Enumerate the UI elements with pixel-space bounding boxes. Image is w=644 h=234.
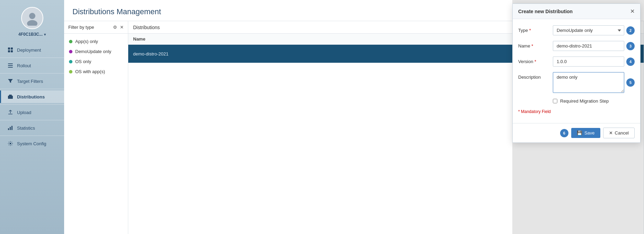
chevron-down-icon: ▾ (44, 33, 46, 36)
content-area: Filter by type ⚙ ✕ App(s) only DemoUpdat… (64, 21, 644, 234)
filter-item-label: DemoUpdate only (75, 49, 111, 54)
svg-point-14 (10, 143, 11, 145)
col-name: Name (133, 36, 535, 42)
page-title: Distributions Management (72, 7, 161, 16)
name-input-row: 3 (553, 41, 635, 51)
filter-item-label: App(s) only (75, 39, 98, 44)
name-cell: demo-distro-2021 7 (133, 48, 535, 59)
cancel-button[interactable]: ✕ Cancel (603, 128, 635, 138)
filter-item-label: OS only (75, 59, 91, 64)
required-marker: * (534, 59, 536, 64)
main-content: Distributions Management 1 Filter by typ… (64, 0, 644, 234)
svg-point-0 (29, 13, 35, 19)
dot-lime-icon (69, 70, 72, 73)
filter-list: App(s) only DemoUpdate only OS only OS w… (64, 34, 128, 79)
svg-rect-13 (11, 126, 12, 130)
filter-clear-icon[interactable]: ✕ (120, 25, 124, 30)
svg-point-1 (27, 20, 37, 26)
sidebar-item-label: Statistics (17, 125, 35, 131)
filter-settings-icon[interactable]: ⚙ (113, 25, 117, 30)
svg-rect-2 (8, 47, 10, 50)
mandatory-text: * Mandatory Field (518, 108, 635, 117)
sidebar-item-label: Deployment (17, 47, 41, 53)
type-select[interactable]: DemoUpdate onlyApp(s) onlyOS onlyOS with… (553, 25, 624, 35)
filter-panel: Filter by type ⚙ ✕ App(s) only DemoUpdat… (64, 21, 128, 234)
filter-item-os-only[interactable]: OS only (64, 57, 128, 67)
sidebar-item-upload[interactable]: Upload (0, 106, 64, 119)
sidebar-item-label: Target Filters (17, 79, 43, 84)
name-badge: 3 (626, 42, 635, 50)
footer-badge: 6 (560, 129, 568, 137)
version-form-group: Version * 4 (518, 57, 635, 67)
modal-overlay: Create new Distribution ✕ Type * DemoUpd… (512, 21, 644, 234)
sidebar-nav: Deployment Rollout Target Filters Distri… (0, 44, 64, 150)
filter-item-demoupdate-only[interactable]: DemoUpdate only (64, 46, 128, 57)
svg-rect-7 (8, 65, 13, 66)
sidebar-item-system-config[interactable]: System Config (0, 137, 64, 150)
cancel-x-icon: ✕ (609, 130, 613, 136)
grid-icon (7, 47, 14, 53)
svg-rect-6 (8, 63, 13, 64)
create-distribution-modal: Create new Distribution ✕ Type * DemoUpd… (512, 21, 641, 143)
chart-icon (7, 125, 14, 131)
filter-item-os-with-apps[interactable]: OS with app(s) (64, 67, 128, 77)
svg-rect-12 (10, 127, 11, 130)
description-input-row: 5 (553, 72, 635, 93)
name-form-group: Name * 3 (518, 41, 635, 51)
version-badge: 4 (626, 58, 635, 66)
name-input[interactable] (553, 41, 624, 51)
version-label: Version * (518, 57, 549, 64)
svg-rect-4 (8, 50, 10, 52)
table-title: Distributions (133, 25, 160, 30)
sidebar-item-distributions[interactable]: Distributions (0, 90, 64, 103)
migration-checkbox-group: Required Migration Step (518, 98, 635, 104)
version-input[interactable] (553, 57, 624, 67)
description-label: Description (518, 72, 549, 80)
description-form-group: Description 5 (518, 72, 635, 93)
filter-title: Filter by type (68, 25, 94, 30)
sidebar-username[interactable]: 4F0C1B3C... ▾ (18, 32, 46, 37)
save-button[interactable]: 💾 Save (571, 128, 600, 138)
type-form-group: Type * DemoUpdate onlyApp(s) onlyOS only… (518, 25, 635, 35)
filter-item-apps-only[interactable]: App(s) only (64, 36, 128, 46)
version-input-row: 4 (553, 57, 635, 67)
gear-icon (7, 140, 14, 147)
package-icon (7, 94, 14, 100)
svg-rect-8 (8, 67, 13, 68)
dot-purple-icon (69, 50, 72, 53)
avatar (21, 7, 43, 29)
sidebar-item-deployment[interactable]: Deployment (0, 44, 64, 56)
migration-label: Required Migration Step (560, 98, 609, 104)
svg-rect-3 (11, 47, 13, 50)
type-badge: 2 (626, 26, 635, 35)
sidebar-item-rollout[interactable]: Rollout (0, 59, 64, 72)
row-name: demo-distro-2021 (133, 51, 168, 57)
name-label: Name * (518, 41, 549, 49)
upload-icon (7, 109, 14, 115)
modal-footer: 6 💾 Save ✕ Cancel (513, 123, 640, 142)
svg-rect-5 (11, 50, 13, 52)
sidebar-item-label: Rollout (17, 63, 31, 68)
filter-item-label: OS with app(s) (75, 69, 105, 74)
svg-rect-11 (8, 128, 9, 130)
sidebar-item-statistics[interactable]: Statistics (0, 122, 64, 134)
save-icon: 💾 (577, 130, 582, 136)
modal-body: Type * DemoUpdate onlyApp(s) onlyOS only… (513, 21, 640, 123)
dot-green-icon (69, 40, 72, 43)
required-marker: * (531, 43, 533, 49)
sidebar-item-label: Upload (17, 110, 31, 115)
sidebar-item-label: System Config (17, 141, 46, 146)
sidebar: 4F0C1B3C... ▾ Deployment Rollout Target … (0, 0, 64, 234)
sidebar-item-label: Distributions (17, 94, 45, 99)
sidebar-item-target-filters[interactable]: Target Filters (0, 75, 64, 87)
list-icon (7, 62, 14, 69)
type-label: Type * (518, 25, 549, 33)
type-input-row: DemoUpdate onlyApp(s) onlyOS onlyOS with… (553, 25, 635, 35)
description-input[interactable] (553, 72, 624, 93)
description-badge: 5 (626, 78, 635, 87)
filter-icons: ⚙ ✕ (113, 25, 124, 30)
dot-teal-icon (69, 60, 72, 63)
filter-icon (7, 78, 14, 84)
required-marker: * (529, 28, 531, 33)
migration-checkbox[interactable] (553, 99, 557, 103)
